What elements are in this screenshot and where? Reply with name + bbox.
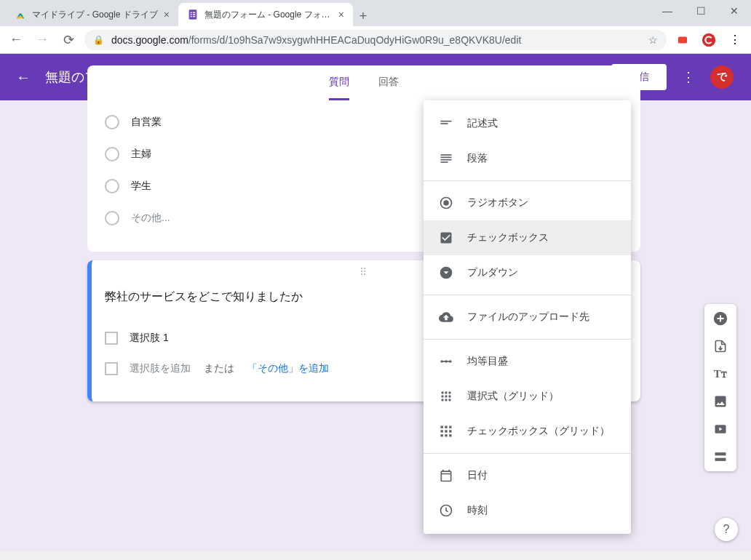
menu-separator (424, 453, 631, 454)
menu-item-linear-scale[interactable]: 均等目盛 (424, 344, 631, 379)
menu-separator (424, 295, 631, 295)
svg-point-33 (448, 399, 450, 401)
window-controls: ― ☐ ✕ (651, 0, 751, 22)
browser-menu-button[interactable]: ⋮ (725, 30, 745, 50)
grid-squares-icon (438, 424, 454, 439)
svg-point-27 (448, 391, 450, 393)
svg-point-31 (441, 399, 443, 401)
svg-rect-36 (449, 426, 451, 428)
add-video-button[interactable] (712, 420, 729, 438)
svg-point-19 (443, 200, 449, 206)
menu-label: 段落 (467, 152, 488, 165)
menu-label: 均等目盛 (467, 355, 508, 368)
header-back-button[interactable]: ← (15, 68, 32, 86)
svg-rect-8 (193, 14, 195, 15)
menu-label: 時刻 (467, 504, 488, 517)
menu-item-radio[interactable]: ラジオボタン (424, 185, 631, 220)
menu-item-file-upload[interactable]: ファイルのアップロード先 (424, 300, 631, 335)
svg-rect-15 (441, 157, 452, 159)
svg-rect-5 (191, 14, 192, 15)
url-text: docs.google.com/forms/d/1o9hSa7w9xsygwhH… (111, 34, 641, 46)
svg-rect-40 (441, 434, 443, 436)
menu-label: プルダウン (467, 266, 518, 279)
add-image-button[interactable] (712, 393, 729, 410)
header-more-button[interactable]: ⋮ (680, 68, 697, 86)
menu-label: チェックボックス (467, 231, 549, 244)
window-minimize-button[interactable]: ― (651, 0, 684, 22)
svg-rect-46 (715, 452, 726, 455)
svg-rect-41 (445, 434, 447, 436)
tab-close-icon[interactable]: × (164, 9, 170, 20)
svg-point-29 (445, 395, 447, 397)
forms-app: ← 無題のフォーム ☆ 変更内容をすべてドライブに 保存しました 送信 ⋮ で … (0, 54, 751, 551)
menu-label: ラジオボタン (467, 196, 528, 209)
svg-rect-35 (445, 426, 447, 428)
svg-point-28 (441, 395, 443, 397)
menu-item-paragraph[interactable]: 段落 (424, 141, 631, 176)
browser-tab-drive[interactable]: マイドライブ - Google ドライブ × (6, 3, 178, 26)
extension-icon[interactable] (672, 30, 693, 50)
tab-close-icon[interactable]: × (338, 9, 344, 20)
window-close-button[interactable]: ✕ (718, 0, 751, 22)
tab-questions[interactable]: 質問 (329, 65, 349, 100)
radio-icon (105, 211, 119, 225)
calendar-icon (438, 468, 454, 483)
extension-c-icon[interactable] (699, 30, 719, 50)
forms-favicon (187, 9, 199, 20)
menu-label: 選択式（グリッド） (467, 390, 559, 403)
svg-rect-34 (441, 426, 443, 428)
menu-item-date[interactable]: 日付 (424, 458, 631, 493)
menu-item-dropdown[interactable]: プルダウン (424, 255, 631, 290)
svg-rect-6 (191, 16, 192, 17)
menu-label: ファイルのアップロード先 (467, 311, 589, 324)
svg-point-30 (448, 395, 450, 397)
radio-icon (105, 179, 119, 193)
address-bar[interactable]: 🔒 docs.google.com/forms/d/1o9hSa7w9xsygw… (84, 30, 667, 50)
add-section-button[interactable] (712, 448, 729, 465)
svg-rect-16 (441, 159, 452, 161)
menu-item-grid-radio[interactable]: 選択式（グリッド） (424, 379, 631, 414)
drive-favicon (15, 9, 26, 20)
svg-rect-7 (193, 12, 195, 13)
option-label: その他... (131, 212, 170, 225)
svg-marker-2 (17, 17, 23, 19)
svg-rect-10 (678, 36, 687, 43)
menu-item-short-answer[interactable]: 記述式 (424, 106, 631, 141)
dropdown-icon (438, 265, 454, 280)
question-type-menu: 記述式 段落 ラジオボタン チェックボックス プルダウン ファイルのアップロード… (424, 100, 631, 534)
new-tab-button[interactable]: + (353, 6, 373, 26)
grid-dots-icon (438, 389, 454, 404)
add-option-button[interactable]: 選択肢を追加 (130, 362, 191, 375)
lock-icon: 🔒 (93, 35, 104, 45)
menu-item-time[interactable]: 時刻 (424, 493, 631, 528)
tab-responses[interactable]: 回答 (378, 65, 399, 100)
form-subtabs: 質問 回答 (87, 65, 640, 100)
option-label: 自営業 (131, 116, 162, 129)
svg-rect-12 (441, 123, 448, 124)
menu-label: 日付 (467, 469, 488, 482)
menu-label: 記述式 (467, 117, 498, 130)
menu-item-checkbox[interactable]: チェックボックス (424, 220, 631, 255)
svg-point-32 (445, 399, 447, 401)
nav-back-button[interactable]: ← (6, 30, 26, 50)
bookmark-star-icon[interactable]: ☆ (648, 34, 658, 46)
account-avatar[interactable]: で (710, 65, 734, 89)
tab-title: マイドライブ - Google ドライブ (32, 9, 158, 21)
add-other-button[interactable]: 「その他」を追加 (247, 362, 329, 375)
browser-tab-forms[interactable]: 無題のフォーム - Google フォーム × (178, 3, 353, 26)
add-title-button[interactable]: Tᴛ (712, 365, 729, 383)
nav-reload-button[interactable]: ⟳ (58, 30, 79, 50)
tab-title: 無題のフォーム - Google フォーム (204, 9, 333, 21)
window-maximize-button[interactable]: ☐ (684, 0, 718, 22)
clock-icon (438, 503, 454, 518)
nav-forward-button[interactable]: → (32, 30, 52, 50)
menu-item-grid-check[interactable]: チェックボックス（グリッド） (424, 414, 631, 449)
radio-icon (105, 115, 119, 129)
checkbox-icon (105, 332, 118, 345)
svg-rect-37 (441, 430, 443, 432)
short-answer-icon (438, 116, 454, 131)
import-questions-button[interactable] (712, 337, 729, 355)
add-question-button[interactable] (712, 310, 729, 327)
svg-rect-39 (449, 430, 451, 432)
help-button[interactable]: ? (715, 518, 738, 541)
